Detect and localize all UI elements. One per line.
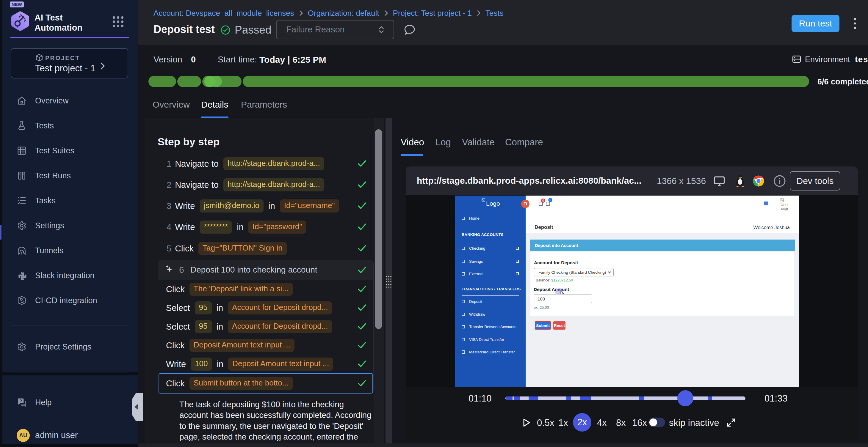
- svg-text:?: ?: [20, 399, 22, 403]
